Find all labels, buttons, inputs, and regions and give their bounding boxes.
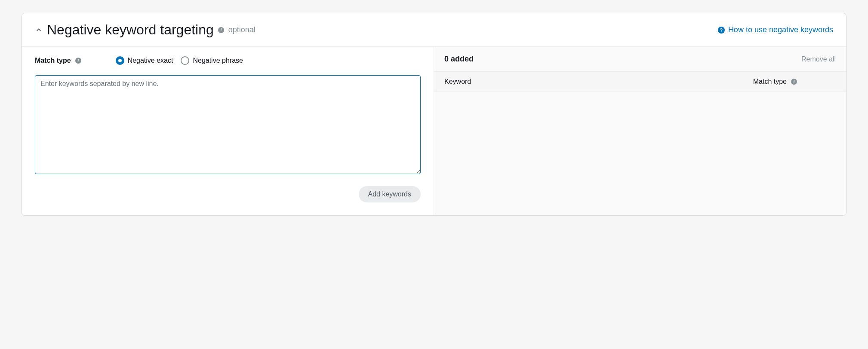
th-match-type: Match type i	[753, 78, 797, 86]
collapse-chevron-icon[interactable]	[35, 26, 43, 34]
th-keyword: Keyword	[444, 78, 471, 86]
add-keywords-button[interactable]: Add keywords	[359, 186, 421, 202]
keywords-textarea[interactable]	[35, 75, 421, 174]
info-icon[interactable]: i	[75, 58, 81, 64]
right-panel: 0 added Remove all Keyword Match type i	[434, 47, 846, 215]
card-body: Match type i Negative exact Negative phr…	[22, 47, 846, 215]
keywords-table-header: Keyword Match type i	[434, 72, 846, 92]
radio-icon	[181, 56, 189, 65]
radio-label: Negative exact	[128, 57, 173, 64]
radio-negative-exact[interactable]: Negative exact	[116, 56, 173, 65]
remove-all-button[interactable]: Remove all	[801, 55, 836, 63]
section-title: Negative keyword targeting	[47, 22, 214, 38]
help-link[interactable]: ? How to use negative keywords	[718, 25, 833, 34]
negative-keyword-card: Negative keyword targeting i optional ? …	[22, 13, 846, 216]
card-header: Negative keyword targeting i optional ? …	[22, 13, 846, 47]
help-link-text: How to use negative keywords	[728, 25, 833, 34]
info-icon[interactable]: i	[218, 27, 224, 33]
info-icon[interactable]: i	[791, 79, 797, 85]
help-question-icon: ?	[718, 27, 725, 34]
radio-icon	[116, 56, 124, 65]
added-header: 0 added Remove all	[434, 47, 846, 72]
optional-label: optional	[228, 25, 255, 34]
radio-label: Negative phrase	[193, 57, 243, 64]
added-count: 0 added	[444, 55, 474, 64]
match-type-row: Match type i Negative exact Negative phr…	[35, 56, 421, 65]
match-type-label: Match type i	[35, 57, 81, 64]
match-type-radio-group: Negative exact Negative phrase	[116, 56, 243, 65]
add-button-row: Add keywords	[35, 186, 421, 202]
left-panel: Match type i Negative exact Negative phr…	[22, 47, 434, 215]
title-wrap: Negative keyword targeting i optional	[35, 22, 255, 38]
radio-negative-phrase[interactable]: Negative phrase	[181, 56, 243, 65]
